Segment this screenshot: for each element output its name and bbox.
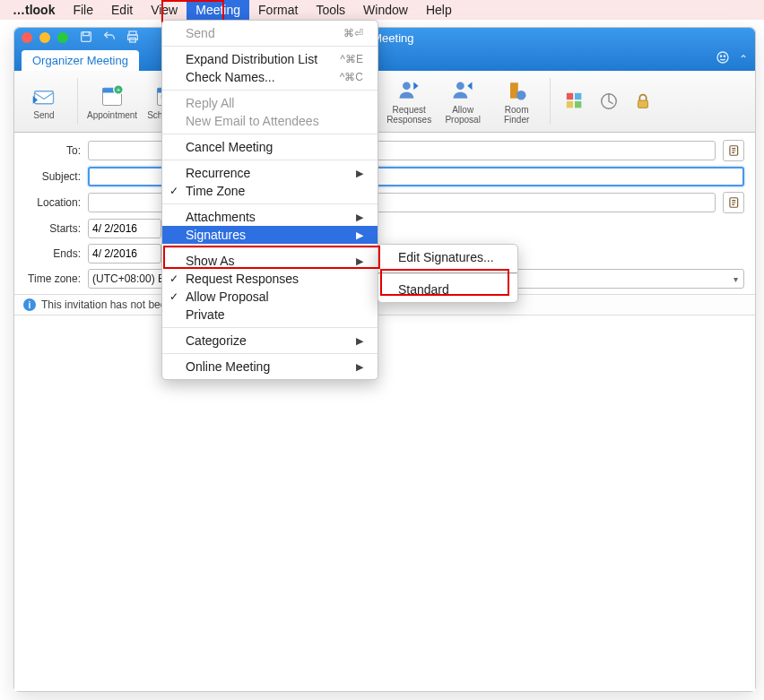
categorize-button[interactable]: [560, 74, 590, 128]
appointment-label: Appointment: [87, 110, 137, 120]
submenu-standard[interactable]: Standard: [378, 281, 517, 298]
check-icon: ✓: [169, 185, 178, 197]
menu-private[interactable]: Private: [162, 306, 378, 324]
menu-show-as[interactable]: Show As▶: [162, 252, 378, 270]
traffic-lights: [22, 32, 68, 43]
request-responses-label: Request Responses: [386, 105, 431, 125]
svg-point-6: [720, 56, 721, 56]
close-window-button[interactable]: [22, 32, 32, 43]
to-label: To:: [25, 144, 81, 157]
menu-expand-dl[interactable]: Expand Distribution List ^⌘E: [162, 50, 378, 68]
ribbon: Send + Appointment Schedu… Busy ▲▼ ⏰ Min: [14, 71, 755, 133]
menu-check-names[interactable]: Check Names... ^⌘C: [162, 68, 378, 86]
menu-attachments[interactable]: Attachments▶: [162, 208, 378, 226]
chevron-right-icon: ▶: [356, 335, 363, 347]
menu-send[interactable]: Send ⌘⏎: [162, 24, 378, 42]
starts-label: Starts:: [25, 222, 81, 235]
allow-proposal-button[interactable]: Allow Proposal: [438, 74, 487, 128]
end-date-field[interactable]: [88, 244, 161, 264]
address-book-button[interactable]: [723, 140, 744, 161]
chevron-right-icon: ▶: [356, 255, 363, 267]
svg-rect-22: [575, 93, 581, 99]
time-zone-button[interactable]: [594, 74, 624, 128]
menu-new-email[interactable]: New Email to Attendees: [162, 112, 378, 130]
print-icon[interactable]: [126, 30, 140, 47]
menu-time-zone[interactable]: ✓Time Zone: [162, 182, 378, 200]
timezone-value: (UTC+08:00) B: [92, 272, 165, 285]
room-picker-button[interactable]: [723, 192, 744, 213]
app-name: …tlook: [4, 3, 64, 17]
chevron-right-icon: ▶: [356, 361, 363, 373]
menu-window[interactable]: Window: [354, 0, 417, 20]
menu-categorize[interactable]: Categorize▶: [162, 332, 378, 350]
menu-view[interactable]: View: [142, 0, 187, 20]
svg-rect-26: [638, 100, 648, 108]
svg-rect-8: [35, 91, 54, 103]
svg-point-5: [717, 52, 728, 63]
info-text: This invitation has not bee: [41, 298, 166, 311]
ribbon-tab-bar: Organizer Meeting ⌃: [14, 48, 755, 71]
titlebar: 2 - Meeting: [14, 28, 755, 48]
menu-recurrence[interactable]: Recurrence▶: [162, 164, 378, 182]
menu-allow-proposal[interactable]: ✓Allow Proposal: [162, 288, 378, 306]
collapse-ribbon-icon[interactable]: ⌃: [739, 53, 748, 65]
room-finder-label: Room Finder: [504, 105, 529, 125]
send-button[interactable]: Send: [20, 74, 68, 128]
svg-rect-1: [83, 31, 90, 35]
separator: [550, 78, 551, 125]
menu-request-responses[interactable]: ✓Request Responses: [162, 270, 378, 288]
menu-reply-all[interactable]: Reply All: [162, 94, 378, 112]
svg-point-18: [456, 82, 464, 90]
check-icon: ✓: [169, 272, 178, 285]
chevron-right-icon: ▶: [356, 212, 363, 223]
svg-point-7: [724, 56, 725, 56]
timezone-label: Time zone:: [25, 272, 81, 285]
subject-label: Subject:: [25, 170, 81, 183]
meeting-window: 2 - Meeting Organizer Meeting ⌃ Send + A…: [13, 27, 756, 692]
minimize-window-button[interactable]: [39, 32, 50, 43]
meeting-menu: Send ⌘⏎ Expand Distribution List ^⌘E Che…: [161, 20, 378, 380]
separator: [77, 78, 78, 125]
menu-tools[interactable]: Tools: [307, 0, 354, 20]
zoom-window-button[interactable]: [57, 32, 68, 43]
emoji-icon[interactable]: [716, 50, 730, 67]
svg-text:+: +: [117, 85, 121, 93]
info-icon: i: [23, 298, 36, 311]
save-icon[interactable]: [79, 30, 93, 47]
svg-rect-21: [567, 93, 573, 99]
svg-point-17: [403, 82, 411, 90]
chevron-right-icon: ▶: [356, 229, 363, 241]
svg-rect-24: [575, 101, 581, 108]
menu-file[interactable]: File: [64, 0, 102, 20]
mac-menubar: …tlook File Edit View Meeting Format Too…: [0, 0, 764, 20]
menu-edit[interactable]: Edit: [102, 0, 142, 20]
request-responses-button[interactable]: Request Responses: [385, 74, 433, 128]
menu-meeting[interactable]: Meeting: [187, 0, 249, 20]
location-label: Location:: [25, 196, 81, 209]
tab-organizer-meeting[interactable]: Organizer Meeting: [22, 50, 139, 71]
message-body[interactable]: [14, 315, 755, 691]
menu-signatures[interactable]: Signatures▶: [162, 226, 378, 244]
check-icon: ✓: [169, 290, 178, 303]
menu-help[interactable]: Help: [417, 0, 461, 20]
menu-cancel-meeting[interactable]: Cancel Meeting: [162, 138, 378, 156]
submenu-edit-signatures[interactable]: Edit Signatures...: [378, 248, 517, 266]
send-label: Send: [33, 110, 54, 120]
quick-access-toolbar: [79, 30, 140, 47]
svg-rect-23: [567, 101, 573, 108]
appointment-button[interactable]: + Appointment: [87, 74, 137, 128]
ends-label: Ends:: [25, 247, 81, 260]
menu-format[interactable]: Format: [249, 0, 307, 20]
svg-point-20: [517, 91, 526, 100]
signatures-submenu: Edit Signatures... Standard: [378, 244, 518, 303]
start-date-field[interactable]: [88, 219, 161, 238]
menu-online-meeting[interactable]: Online Meeting▶: [162, 358, 378, 376]
allow-proposal-label: Allow Proposal: [445, 105, 480, 125]
room-finder-button[interactable]: Room Finder: [492, 74, 541, 128]
undo-icon[interactable]: [102, 30, 117, 47]
private-button[interactable]: [628, 74, 658, 128]
chevron-right-icon: ▶: [356, 168, 363, 179]
